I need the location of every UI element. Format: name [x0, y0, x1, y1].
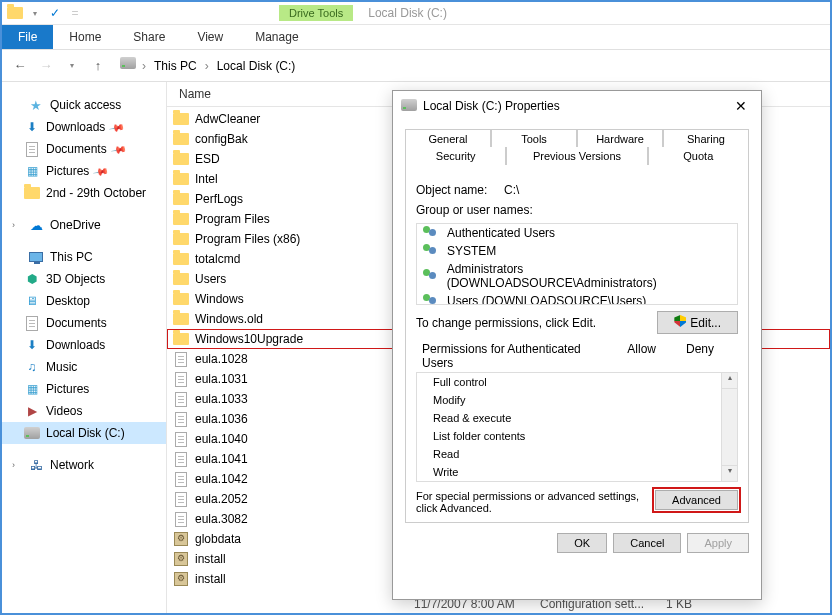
folder-icon: [173, 191, 189, 207]
nav-music[interactable]: ♫Music: [2, 356, 166, 378]
share-tab[interactable]: Share: [117, 26, 181, 48]
object-name-row: Object name: C:\: [416, 183, 738, 197]
edit-permissions-row: To change permissions, click Edit. Edit.…: [416, 311, 738, 334]
scroll-down-icon[interactable]: ▾: [722, 465, 737, 481]
tab-security[interactable]: Security: [405, 147, 506, 165]
nav-local-disk[interactable]: Local Disk (C:): [2, 422, 166, 444]
chevron-right-icon[interactable]: ›: [205, 59, 209, 73]
nav-videos[interactable]: ▶Videos: [2, 400, 166, 422]
nav-quick-access[interactable]: ★ Quick access: [2, 94, 166, 116]
group-item[interactable]: SYSTEM: [417, 242, 737, 260]
breadcrumb-this-pc[interactable]: This PC: [150, 57, 201, 75]
cancel-button[interactable]: Cancel: [613, 533, 681, 553]
nav-downloads[interactable]: ⬇Downloads: [2, 334, 166, 356]
nav-documents[interactable]: Documents📌: [2, 138, 166, 160]
nav-3d-objects[interactable]: ⬢3D Objects: [2, 268, 166, 290]
chevron-right-icon[interactable]: ›: [142, 59, 146, 73]
nav-documents[interactable]: Documents: [2, 312, 166, 334]
permission-item: Read: [417, 445, 737, 463]
nav-label: Desktop: [46, 294, 90, 308]
file-icon: [173, 371, 189, 387]
nav-label: This PC: [50, 250, 93, 264]
tab-hardware[interactable]: Hardware: [577, 129, 663, 148]
file-name: install: [195, 552, 226, 566]
manage-tab[interactable]: Manage: [239, 26, 314, 48]
folder-icon: [173, 171, 189, 187]
tab-general[interactable]: General: [405, 129, 491, 148]
folder-icon: [173, 211, 189, 227]
folder-icon: [173, 151, 189, 167]
nav-desktop[interactable]: 🖥Desktop: [2, 290, 166, 312]
chevron-right-icon[interactable]: ›: [12, 220, 22, 230]
title-bar: ▾ ✓ = Drive Tools Local Disk (C:): [2, 2, 830, 25]
nav-network[interactable]: ›🖧Network: [2, 454, 166, 476]
nav-this-pc[interactable]: This PC: [2, 246, 166, 268]
ok-button[interactable]: OK: [557, 533, 607, 553]
nav-downloads[interactable]: ⬇Downloads📌: [2, 116, 166, 138]
scrollbar[interactable]: ▴ ▾: [721, 373, 737, 481]
group-item[interactable]: Users (DOWNLOADSOURCE\Users): [417, 292, 737, 305]
window-title: Local Disk (C:): [368, 6, 447, 20]
properties-dialog: Local Disk (C:) Properties ✕ General Too…: [392, 90, 762, 600]
nav-label: Documents: [46, 316, 107, 330]
folder-icon: [173, 271, 189, 287]
folder-icon: [173, 311, 189, 327]
file-name: configBak: [195, 132, 248, 146]
folder-icon: [173, 331, 189, 347]
file-name: eula.1042: [195, 472, 248, 486]
group-item[interactable]: Administrators (DOWNLOADSOURCE\Administr…: [417, 260, 737, 292]
qat-dropdown-icon[interactable]: ▾: [26, 4, 44, 22]
folder-icon: [173, 111, 189, 127]
file-tab[interactable]: File: [2, 25, 53, 49]
edit-button[interactable]: Edit...: [657, 311, 738, 334]
nav-label: 3D Objects: [46, 272, 105, 286]
downloads-icon: ⬇: [24, 337, 40, 353]
recent-dropdown-icon[interactable]: ▾: [62, 56, 82, 76]
tab-tools[interactable]: Tools: [491, 129, 577, 148]
change-note: To change permissions, click Edit.: [416, 316, 596, 330]
dialog-title: Local Disk (C:) Properties: [423, 99, 560, 113]
nav-onedrive[interactable]: ›☁OneDrive: [2, 214, 166, 236]
nav-label: Downloads: [46, 120, 105, 134]
file-name: Program Files (x86): [195, 232, 300, 246]
breadcrumb-location[interactable]: Local Disk (C:): [213, 57, 300, 75]
tab-quota[interactable]: Quota: [648, 147, 749, 165]
nav-label: Videos: [46, 404, 82, 418]
scroll-up-icon[interactable]: ▴: [722, 373, 737, 389]
forward-button[interactable]: →: [36, 56, 56, 76]
permission-item: Write: [417, 463, 737, 481]
close-button[interactable]: ✕: [729, 94, 753, 118]
star-icon: ★: [28, 97, 44, 113]
apply-button[interactable]: Apply: [687, 533, 749, 553]
pin-icon: 📌: [109, 119, 125, 135]
file-name: Intel: [195, 172, 218, 186]
nav-pictures[interactable]: ▦Pictures: [2, 378, 166, 400]
permission-item: Full control: [417, 373, 737, 391]
file-name: ESD: [195, 152, 220, 166]
group-listbox[interactable]: Authenticated UsersSYSTEMAdministrators …: [416, 223, 738, 305]
view-tab[interactable]: View: [181, 26, 239, 48]
file-name: Windows10Upgrade: [195, 332, 303, 346]
pictures-icon: ▦: [24, 163, 40, 179]
home-tab[interactable]: Home: [53, 26, 117, 48]
file-icon: [173, 431, 189, 447]
group-item[interactable]: Authenticated Users: [417, 224, 737, 242]
file-name: Users: [195, 272, 226, 286]
column-name[interactable]: Name: [175, 85, 395, 103]
tab-sharing[interactable]: Sharing: [663, 129, 749, 148]
permissions-listbox[interactable]: Full controlModifyRead & executeList fol…: [416, 372, 738, 482]
documents-icon: [24, 141, 40, 157]
dialog-button-row: OK Cancel Apply: [405, 533, 749, 553]
up-button[interactable]: ↑: [88, 56, 108, 76]
file-name: eula.1036: [195, 412, 248, 426]
chevron-right-icon[interactable]: ›: [12, 460, 22, 470]
properties-icon[interactable]: ✓: [46, 4, 64, 22]
nav-pictures[interactable]: ▦Pictures📌: [2, 160, 166, 182]
folder-icon: [173, 291, 189, 307]
file-name: eula.2052: [195, 492, 248, 506]
back-button[interactable]: ←: [10, 56, 30, 76]
file-name: Windows.old: [195, 312, 263, 326]
advanced-button[interactable]: Advanced: [655, 490, 738, 510]
tab-previous-versions[interactable]: Previous Versions: [506, 147, 647, 165]
nav-date-folder[interactable]: 2nd - 29th October: [2, 182, 166, 204]
